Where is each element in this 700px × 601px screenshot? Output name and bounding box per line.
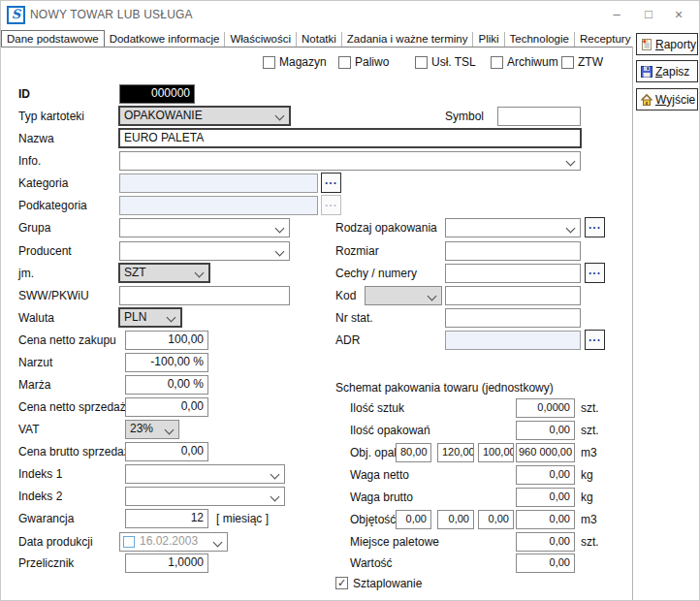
producent-dropdown[interactable] — [119, 241, 290, 261]
usl-tsl-label: Usł. TSL — [431, 55, 476, 69]
close-button[interactable]: × — [664, 5, 693, 24]
paliwo-checkbox[interactable] — [338, 56, 351, 69]
miejsce-paletowe-input[interactable]: 0,00 — [516, 532, 575, 552]
tab-receptury[interactable]: Receptury — [575, 32, 633, 47]
cena-netto-sprzedazy-label: Cena netto sprzedaży — [18, 397, 132, 417]
objetosc-dim1-input[interactable]: 0,00 — [396, 510, 431, 529]
obj-opak-total-field: 960 000,00 — [516, 443, 575, 462]
rodzaj-opakowania-browse-button[interactable]: ... — [585, 217, 605, 237]
info-dropdown[interactable] — [119, 151, 581, 171]
tab-pliki[interactable]: Pliki — [473, 32, 504, 47]
kod-input[interactable] — [445, 286, 581, 305]
typ-kartoteki-label: Typ kartoteki — [18, 107, 84, 126]
data-produkcji-checkbox[interactable] — [123, 536, 135, 548]
magazyn-checkbox[interactable] — [263, 56, 275, 69]
indeks2-dropdown[interactable] — [125, 487, 285, 506]
chevron-down-icon — [165, 426, 175, 435]
gwarancja-input[interactable]: 12 — [125, 509, 208, 528]
minimize-button[interactable]: – — [602, 5, 631, 24]
marza-label: Marża — [18, 375, 50, 395]
cena-brutto-sprzedazy-input[interactable]: 0,00 — [125, 442, 208, 461]
magazyn-label: Magazyn — [279, 55, 327, 69]
grupa-dropdown[interactable] — [119, 218, 290, 237]
waluta-dropdown[interactable]: PLN — [118, 307, 182, 328]
objetosc-unit: m3 — [581, 510, 597, 529]
waga-brutto-input[interactable]: 0,00 — [516, 488, 575, 507]
chevron-down-icon — [213, 538, 223, 548]
usl-tsl-checkbox[interactable] — [415, 56, 428, 69]
waga-netto-input[interactable]: 0,00 — [516, 465, 575, 485]
symbol-input[interactable] — [497, 107, 581, 126]
typ-kartoteki-dropdown[interactable]: OPAKOWANIE — [118, 106, 291, 126]
grupa-label: Grupa — [18, 218, 50, 237]
cena-netto-zakupu-input[interactable]: 100,00 — [125, 331, 208, 350]
ilosc-sztuk-label: Ilość sztuk — [350, 398, 404, 418]
adr-browse-button[interactable]: ... — [585, 330, 605, 350]
obj-opak-unit: m3 — [581, 443, 597, 462]
tab-dane-podstawowe[interactable]: Dane podstawowe — [1, 30, 105, 47]
paliwo-label: Paliwo — [355, 55, 389, 69]
archiwum-checkbox[interactable] — [491, 56, 503, 69]
przelicznik-input[interactable]: 1,0000 — [125, 554, 208, 573]
obj-opak-dim1-input[interactable]: 80,00 — [396, 443, 431, 462]
rodzaj-opakowania-dropdown[interactable] — [445, 218, 581, 237]
raporty-button[interactable]: Raporty — [636, 33, 698, 55]
kod-dropdown[interactable] — [365, 286, 442, 305]
obj-opak-dim2-input[interactable]: 120,00 — [437, 443, 474, 462]
waluta-label: Waluta — [18, 308, 54, 328]
zapisz-button[interactable]: Zapisz — [636, 60, 698, 82]
objetosc-dim2-input[interactable]: 0,00 — [437, 510, 474, 529]
adr-label: ADR — [335, 331, 360, 350]
jm-dropdown[interactable]: SZT — [118, 263, 210, 283]
cena-netto-sprzedazy-input[interactable]: 0,00 — [125, 397, 208, 417]
nr-stat-input[interactable] — [445, 308, 581, 328]
ilosc-sztuk-input[interactable]: 0,0000 — [516, 398, 575, 418]
cechy-numery-browse-button[interactable]: ... — [585, 263, 605, 283]
zapisz-label: Zapisz — [655, 65, 689, 79]
wartosc-label: Wartość — [350, 554, 393, 573]
sww-pkwiu-input[interactable] — [119, 286, 290, 305]
sztaplowanie-checkbox[interactable]: ✓ — [335, 577, 348, 589]
ilosc-opakowan-input[interactable]: 0,00 — [516, 421, 575, 440]
kategoria-browse-button[interactable]: ... — [321, 173, 341, 193]
chevron-down-icon — [566, 224, 576, 234]
chevron-down-icon — [270, 470, 280, 480]
jm-label: jm. — [18, 264, 34, 283]
tab-technologie[interactable]: Technologie — [505, 32, 575, 47]
indeks1-dropdown[interactable] — [125, 464, 285, 484]
info-label: Info. — [18, 151, 41, 171]
data-produkcji-picker[interactable]: 16.02.2003 — [119, 532, 228, 552]
sww-pkwiu-label: SWW/PKWiU — [18, 286, 89, 305]
marza-input[interactable]: 0,00 % — [125, 375, 208, 395]
vat-label: VAT — [18, 420, 40, 439]
ztw-checkbox[interactable] — [561, 56, 574, 69]
symbol-label: Symbol — [445, 107, 484, 126]
wartosc-input[interactable]: 0,00 — [516, 554, 575, 573]
tab-wlasciwosci[interactable]: Właściwości — [225, 32, 297, 47]
report-icon — [640, 38, 653, 51]
waga-netto-unit: kg — [581, 465, 593, 485]
obj-opak-dim3-input[interactable]: 100,00 — [478, 443, 514, 462]
maximize-button[interactable]: □ — [634, 5, 663, 24]
tab-dodatkowe-informacje[interactable]: Dodatkowe informacje — [105, 32, 226, 47]
chevron-down-icon — [275, 111, 285, 121]
wyjscie-button[interactable]: Wyjście — [636, 88, 698, 111]
narzut-input[interactable]: -100,00 % — [125, 353, 208, 372]
dialog-window: S NOWY TOWAR LUB USŁUGA – □ × Dane podst… — [0, 0, 700, 601]
chevron-down-icon — [195, 269, 205, 278]
nazwa-input[interactable]: EURO PALETA — [118, 128, 582, 148]
rozmiar-input[interactable] — [445, 241, 581, 261]
chevron-down-icon — [566, 157, 576, 167]
cena-brutto-sprzedazy-label: Cena brutto sprzedaży — [18, 442, 136, 461]
vat-dropdown[interactable]: 23% — [125, 420, 179, 439]
cechy-numery-input[interactable] — [445, 264, 581, 283]
sztaplowanie-label: Sztaplowanie — [353, 577, 422, 590]
tab-zadania[interactable]: Zadania i ważne terminy — [342, 32, 474, 47]
adr-field — [445, 331, 581, 350]
save-icon — [640, 65, 653, 79]
tab-notatki[interactable]: Notatki — [297, 32, 342, 47]
data-produkcji-label: Data produkcji — [18, 532, 93, 552]
narzut-label: Narzut — [18, 353, 52, 372]
ilosc-sztuk-unit: szt. — [581, 398, 599, 418]
objetosc-dim3-input[interactable]: 0,00 — [478, 510, 514, 529]
